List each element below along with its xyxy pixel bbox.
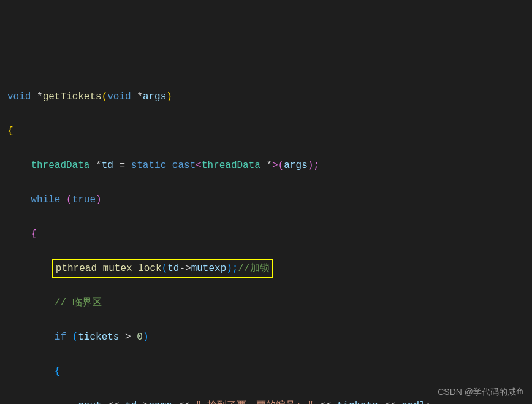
code-line: threadData *td = static_cast<threadData … [7,157,525,174]
highlight-lock: pthread_mutex_lock(td->mutexp);//加锁 [52,259,273,278]
code-editor: void *getTickets(void *args) { threadDat… [7,71,525,404]
code-line: if (tickets > 0) [7,329,525,346]
code-line: pthread_mutex_lock(td->mutexp);//加锁 [7,260,525,277]
code-line: { [7,123,525,140]
code-line: // 临界区 [7,294,525,311]
code-line: { [7,363,525,380]
code-line: while (true) [7,191,525,208]
watermark: CSDN @学代码的咸鱼 [438,384,525,400]
code-line: void *getTickets(void *args) [7,88,525,105]
code-line: { [7,226,525,243]
